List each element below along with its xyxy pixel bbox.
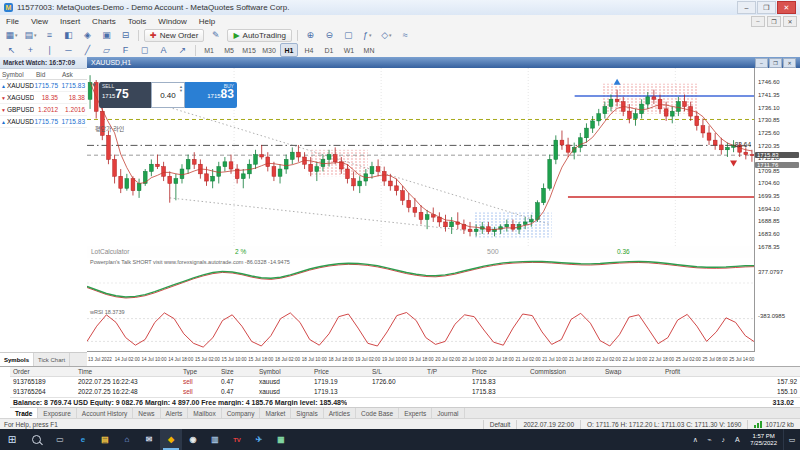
tray-network-icon[interactable]: ⌁ <box>702 436 716 444</box>
close-button[interactable]: ✕ <box>777 1 796 14</box>
zoom-out-button[interactable]: ⊖ <box>321 28 338 43</box>
indicator-pane-1[interactable]: Powerplan's Talk SHORT visit www.forexsi… <box>87 258 755 309</box>
menu-insert[interactable]: Insert <box>54 15 86 27</box>
price-scale[interactable]: 1746.601741.351736.101730.851725.601720.… <box>754 68 800 366</box>
timeframe-mn[interactable]: MN <box>360 43 378 57</box>
tile-windows-button[interactable]: ▢ <box>340 28 357 43</box>
taskbar-app-chrome[interactable]: ◉ <box>182 429 204 450</box>
timeframe-w1[interactable]: W1 <box>340 43 358 57</box>
notification-center-button[interactable]: ▭ <box>783 429 800 450</box>
start-button[interactable]: ⊞ <box>0 429 24 450</box>
strategy-tester-toggle[interactable]: ⊟ <box>117 28 134 43</box>
trendline-tool[interactable]: ╱ <box>79 43 96 58</box>
menu-help[interactable]: Help <box>193 15 221 27</box>
market-watch-toggle[interactable]: ≡ <box>41 28 58 43</box>
autoscroll-button[interactable]: ≈ <box>397 28 414 43</box>
indicator-pane-2[interactable]: wRSI 18.3739 <box>87 308 755 352</box>
market-watch-row[interactable]: ▼XAGUSD18.3518.38 <box>0 92 87 104</box>
indicators-button[interactable]: ƒ▾ <box>359 28 376 43</box>
timeframe-h4[interactable]: H4 <box>300 43 318 57</box>
menu-file[interactable]: File <box>0 15 25 27</box>
market-watch-row[interactable]: ▲XAUUSD1715.751715.83 <box>0 116 87 128</box>
autotrading-button[interactable]: ▶ AutoTrading <box>227 29 291 42</box>
search-button[interactable] <box>24 429 48 450</box>
clock[interactable]: 1:57 PM 7/25/2022 <box>744 433 783 447</box>
timeframe-m5[interactable]: M5 <box>220 43 238 57</box>
column-commission[interactable]: Commission <box>527 368 602 375</box>
taskbar-app-telegram[interactable]: ✈ <box>248 429 270 450</box>
data-window-toggle[interactable]: ◧ <box>60 28 77 43</box>
taskbar-app-edge[interactable]: e <box>72 429 94 450</box>
table-row[interactable]: 9137652642022.07.25 16:22:48sell0.47xauu… <box>10 387 800 397</box>
column-symbol[interactable]: Symbol <box>256 368 311 375</box>
column-swap[interactable]: Swap <box>602 368 662 375</box>
column-time[interactable]: Time <box>75 368 180 375</box>
chart-minimize-button[interactable]: – <box>755 58 768 68</box>
navigator-toggle[interactable]: ◈ <box>79 28 96 43</box>
child-close-button[interactable]: ✕ <box>783 16 797 27</box>
chart-restore-button[interactable]: ❐ <box>769 58 782 68</box>
sell-button[interactable]: SELL 171575 <box>99 82 151 108</box>
timeframe-m15[interactable]: M15 <box>240 43 258 57</box>
column-tp[interactable]: T/P <box>424 368 469 375</box>
tray-volume-icon[interactable]: ♪ <box>716 436 730 444</box>
shapes-tool[interactable]: ◻ <box>136 43 153 58</box>
menu-view[interactable]: View <box>25 15 54 27</box>
market-watch-row[interactable]: ▲XAUUSD1715.751715.83 <box>0 80 87 92</box>
column-price[interactable]: Price <box>311 368 369 375</box>
taskbar-app-notepad[interactable]: ▥ <box>204 429 226 450</box>
market-watch-tab-tick-chart[interactable]: Tick Chart <box>34 353 70 366</box>
column-price[interactable]: Price <box>469 368 527 375</box>
taskbar-app-metatrader[interactable]: ◆ <box>160 429 182 450</box>
crosshair-tool[interactable]: + <box>22 43 39 58</box>
trade-table-header[interactable]: OrderTimeTypeSizeSymbolPriceS/LT/PPriceC… <box>10 367 800 377</box>
minimize-button[interactable]: – <box>737 1 756 14</box>
market-watch-row[interactable]: ▼GBPUSD1.20121.2016 <box>0 104 87 116</box>
child-restore-button[interactable]: ❐ <box>767 16 781 27</box>
task-view-button[interactable]: ▭ <box>48 429 72 450</box>
market-watch-tab-symbols[interactable]: Symbols <box>0 353 34 366</box>
objects-button[interactable]: ◇▾ <box>378 28 395 43</box>
tray-chevron-icon[interactable]: ∧ <box>688 436 702 444</box>
table-row[interactable]: 9137651892022.07.25 16:22:43sell0.47xauu… <box>10 377 800 387</box>
timeframe-m1[interactable]: M1 <box>200 43 218 57</box>
chart-plot-area[interactable]: 평단가 라인 -82.64 LotCalculator 2 % 500 0.36… <box>87 68 755 352</box>
taskbar-app-explorer[interactable]: ▤ <box>94 429 116 450</box>
menu-window[interactable]: Window <box>152 15 192 27</box>
menu-charts[interactable]: Charts <box>86 15 122 27</box>
taskbar-app-tradingview[interactable]: TV <box>226 429 248 450</box>
column-order[interactable]: Order <box>10 368 75 375</box>
mw-col-bid[interactable]: Bid <box>34 71 60 78</box>
time-axis[interactable]: 13 Jul 202214 Jul 02:0014 Jul 10:0014 Ju… <box>87 351 755 366</box>
chart-title-bar[interactable]: XAUUSD,H1 –❐✕ <box>87 57 800 68</box>
mw-col-ask[interactable]: Ask <box>60 71 87 78</box>
tray-language-indicator[interactable]: A <box>730 436 744 444</box>
maximize-button[interactable]: ❐ <box>757 1 776 14</box>
new-order-button[interactable]: ✚ New Order <box>144 29 204 42</box>
column-type[interactable]: Type <box>180 368 218 375</box>
zoom-in-button[interactable]: ⊕ <box>302 28 319 43</box>
toolbox-toggle[interactable]: ▣ <box>98 28 115 43</box>
volume-stepper[interactable]: ▲▼ <box>179 85 183 93</box>
arrow-tool[interactable]: ↗ <box>174 43 191 58</box>
buy-button[interactable]: BUY 171583 <box>185 82 237 108</box>
chart-close-button[interactable]: ✕ <box>783 58 796 68</box>
timeframe-m30[interactable]: M30 <box>260 43 278 57</box>
fibonacci-tool[interactable]: F <box>117 43 134 58</box>
taskbar-app-store[interactable]: ⌂ <box>116 429 138 450</box>
text-tool[interactable]: A <box>155 43 172 58</box>
column-size[interactable]: Size <box>218 368 256 375</box>
profiles-button[interactable]: ▤▾ <box>22 28 39 43</box>
vertical-line-tool[interactable]: ∣ <box>41 43 58 58</box>
taskbar-app-calculator[interactable]: ▦ <box>270 429 292 450</box>
mw-col-symbol[interactable]: Symbol <box>0 71 34 78</box>
metaeditor-button[interactable]: ✎ <box>207 28 224 43</box>
child-minimize-button[interactable]: – <box>751 16 765 27</box>
menu-tools[interactable]: Tools <box>122 15 153 27</box>
timeframe-d1[interactable]: D1 <box>320 43 338 57</box>
horizontal-line-tool[interactable]: ─ <box>60 43 77 58</box>
cursor-tool[interactable]: ↖ <box>3 43 20 58</box>
timeframe-h1[interactable]: H1 <box>280 43 298 57</box>
volume-input[interactable]: 0.40 ▲▼ <box>151 82 185 108</box>
column-sl[interactable]: S/L <box>369 368 424 375</box>
